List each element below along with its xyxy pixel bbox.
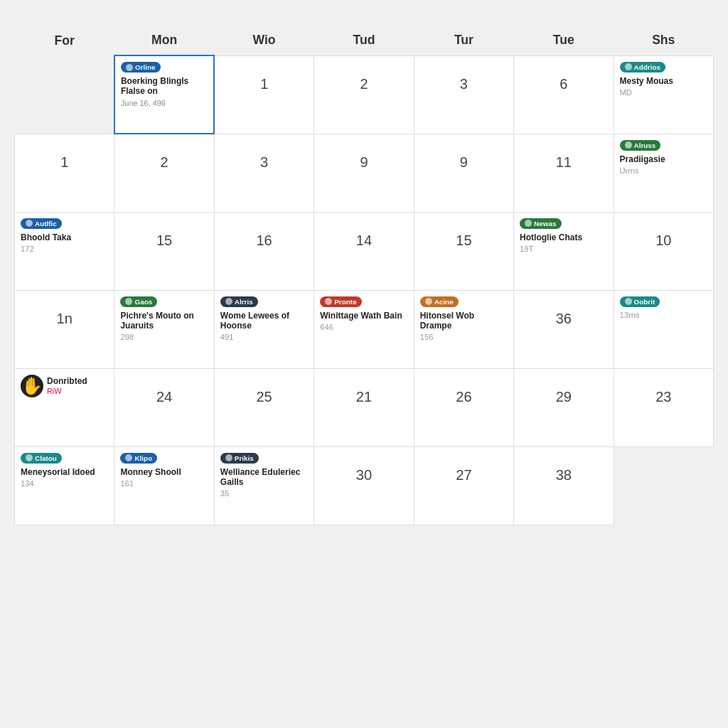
cell-r4-c6: 23 — [614, 368, 713, 446]
cell-number: 1 — [21, 140, 108, 171]
cell-number: 29 — [520, 375, 607, 405]
event-title: Pichre's Mouto on Juaruits — [120, 311, 208, 331]
event-sub: June 16, 496 — [121, 99, 208, 107]
event-title: Welliance Eduleriec Gaills — [220, 467, 308, 488]
cell-r0-c0[interactable] — [15, 55, 114, 134]
event-icon: ✋ — [21, 375, 43, 397]
cell-r4-c0[interactable]: ✋DonribtedRiW — [15, 368, 114, 446]
event-badge: Acine — [420, 296, 459, 307]
cell-r3-c4[interactable]: AcineHitonsel Wob Drampe156 — [414, 290, 513, 368]
badge-icon — [125, 454, 132, 461]
event-count: 491 — [220, 333, 308, 341]
badge-icon — [425, 298, 432, 305]
cell-number: 2 — [120, 140, 208, 171]
badge-icon — [325, 298, 332, 305]
cell-r2-c5[interactable]: NewasHotloglie Chats19T — [514, 212, 614, 290]
event-badge: Clatou — [21, 453, 62, 464]
cell-r2-c2: 16 — [214, 212, 314, 290]
event-title: Winittage Wath Bain — [320, 311, 407, 321]
cell-r2-c4: 15 — [414, 212, 513, 290]
cell-r0-c4: 3 — [414, 55, 513, 134]
event-badge: Klipo — [120, 453, 157, 464]
cell-number: 1 — [220, 62, 308, 92]
cell-r1-c3: 9 — [314, 134, 414, 212]
event-badge: Gaos — [120, 296, 157, 307]
cell-number: 21 — [320, 375, 407, 405]
event-count: 19T — [520, 245, 607, 253]
cell-number: 24 — [120, 375, 208, 405]
event-badge: Alrris — [220, 296, 258, 307]
event-title: Meneysorial Idoed — [21, 467, 108, 477]
event-title: Monney Shooll — [120, 467, 208, 477]
cell-r5-c4: 27 — [414, 446, 513, 525]
cell-r4-c1: 24 — [114, 368, 214, 446]
event-count: lJrms — [620, 166, 707, 175]
event-count: 298 — [120, 333, 208, 341]
column-header-tue: Tue — [514, 26, 614, 55]
cell-r0-c1[interactable]: OrlineBoerking Blingls Flalse onJune 16,… — [114, 55, 214, 134]
column-header-tur: Tur — [414, 26, 513, 55]
cell-r3-c2[interactable]: AlrrisWome Lewees of Hoonse491 — [214, 290, 314, 368]
event-badge: Newas — [520, 218, 561, 229]
badge-icon — [26, 220, 33, 227]
cell-number: 16 — [220, 218, 308, 249]
cell-r3-c6[interactable]: Oobrit13rns — [614, 290, 713, 368]
cell-number: 38 — [520, 453, 607, 483]
calendar-table: ForMonWioTudTurTueShs OrlineBoerking Bli… — [14, 26, 714, 525]
cell-r2-c3: 14 — [314, 212, 414, 290]
cell-r0-c2: 1 — [214, 55, 314, 134]
cell-r1-c0: 1 — [15, 134, 114, 212]
cell-number: 6 — [520, 62, 607, 92]
cell-r2-c6: 10 — [614, 212, 713, 290]
cell-r1-c5: 11 — [514, 134, 614, 212]
badge-icon — [625, 298, 632, 305]
event-count: 13rns — [620, 311, 707, 319]
cell-r1-c4: 9 — [414, 134, 513, 212]
cell-r1-c1: 2 — [114, 134, 214, 212]
cell-r3-c1[interactable]: GaosPichre's Mouto on Juaruits298 — [114, 290, 214, 368]
badge-icon — [225, 454, 232, 461]
cell-number: 15 — [120, 218, 208, 249]
cell-r4-c4: 26 — [414, 368, 513, 446]
event-count: 646 — [320, 323, 407, 331]
cell-r2-c0[interactable]: AutlficBhoold Taka172 — [15, 212, 114, 290]
event-badge: Addrios — [620, 62, 665, 73]
event-count: 156 — [420, 333, 508, 341]
event-title: Wome Lewees of Hoonse — [220, 311, 308, 331]
event-title: Bhoold Taka — [21, 232, 108, 242]
cell-r3-c3[interactable]: PronteWinittage Wath Bain646 — [314, 290, 414, 368]
cell-r5-c3: 30 — [314, 446, 414, 525]
cell-r0-c5: 6 — [514, 55, 614, 134]
cell-number: 25 — [220, 375, 308, 405]
cell-number: 2 — [320, 62, 407, 92]
badge-icon — [126, 64, 133, 71]
event-badge: Autlfic — [21, 218, 62, 229]
event-count: 134 — [21, 479, 108, 488]
cell-r5-c0[interactable]: ClatouMeneysorial Idoed134 — [15, 446, 114, 525]
cell-number: 26 — [420, 375, 508, 405]
cell-number: 10 — [620, 218, 707, 249]
cell-r0-c6[interactable]: AddriosMesty MouasMD — [614, 55, 713, 134]
badge-icon — [26, 454, 33, 461]
event-sub: RiW — [47, 387, 87, 395]
badge-icon — [225, 298, 232, 305]
cell-r5-c2[interactable]: PrikisWelliance Eduleriec Gaills35 — [214, 446, 314, 525]
cell-r5-c1[interactable]: KlipoMonney Shooll161 — [114, 446, 214, 525]
event-title: Donribted — [47, 376, 87, 386]
cell-number: 9 — [320, 140, 407, 171]
cell-r1-c6[interactable]: AlrussPradiigasielJrms — [614, 134, 713, 212]
event-badge: Prikis — [220, 453, 259, 464]
column-header-shs: Shs — [614, 26, 713, 55]
column-header-tud: Tud — [314, 26, 414, 55]
cell-number: 36 — [520, 296, 607, 327]
cell-r4-c5: 29 — [514, 368, 614, 446]
event-badge: Alruss — [620, 140, 661, 151]
event-title: Hitonsel Wob Drampe — [420, 311, 508, 331]
cell-number: 9 — [420, 140, 508, 171]
cell-r5-c6[interactable] — [614, 446, 713, 525]
cell-number: 11 — [520, 140, 607, 171]
column-header-mon: Mon — [114, 26, 214, 55]
event-count: 35 — [220, 489, 308, 498]
event-title: Boerking Blingls Flalse on — [121, 76, 208, 97]
cell-r3-c0: 1n — [15, 290, 114, 368]
